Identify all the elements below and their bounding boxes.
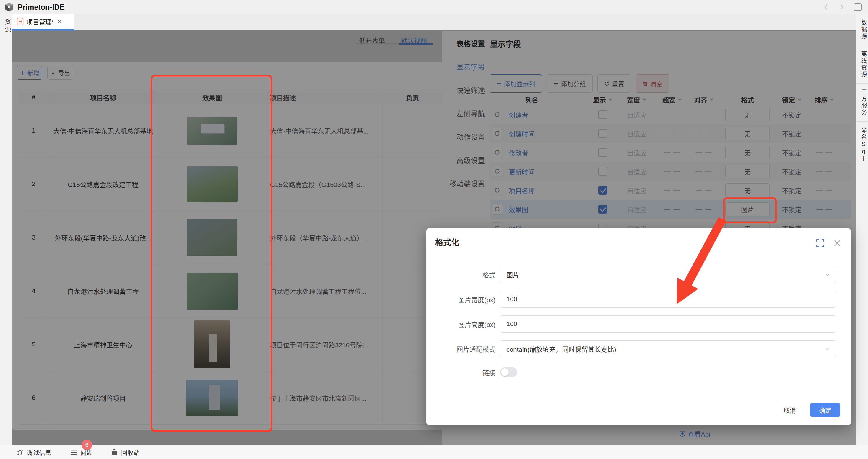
recycle-bin-button[interactable]: 回收站 — [111, 448, 140, 457]
format-select[interactable]: 图片 — [500, 266, 836, 283]
link-label: 链接 — [426, 367, 500, 377]
title-bar: Primeton-IDE — [0, 0, 868, 14]
list-icon — [70, 448, 78, 456]
image-fit-select[interactable]: contain(缩放填充，同时保留其长宽比) — [500, 340, 836, 357]
modal-title: 格式化 — [435, 236, 459, 248]
rail-item-datasource[interactable]: 数据源 — [856, 14, 868, 45]
rail-item-thirdparty-services[interactable]: 三方服务 — [856, 84, 868, 122]
format-field-row: 格式 图片 — [426, 266, 840, 283]
image-fit-select-value: contain(缩放填充，同时保留其长宽比) — [506, 344, 616, 354]
tab-close-icon[interactable] — [57, 19, 63, 25]
status-bar: 调试信息 问题 6 回收站 — [0, 445, 868, 459]
tab-project-management[interactable]: 项目管理* — [12, 14, 74, 29]
image-fit-row: 图片适配模式 contain(缩放填充，同时保留其长宽比) — [426, 340, 840, 357]
format-label: 格式 — [426, 270, 500, 279]
nav-forward-icon[interactable] — [838, 3, 845, 11]
format-modal: 格式化 格式 图片 图片宽度(px) 图片高度(px) 图片适配模式 conta… — [426, 228, 851, 425]
left-rail: 资源 — [0, 14, 12, 445]
document-tab-bar: 项目管理* — [12, 14, 856, 31]
nav-back-icon[interactable] — [823, 3, 830, 11]
fullscreen-icon[interactable] — [816, 239, 825, 248]
close-icon[interactable] — [833, 239, 842, 248]
app-title: Primeton-IDE — [18, 3, 64, 11]
tab-label: 项目管理* — [27, 17, 54, 26]
chevron-down-icon — [825, 272, 830, 277]
debug-info-label: 调试信息 — [27, 448, 52, 457]
chevron-down-icon — [825, 347, 830, 352]
right-rail: 数据源 离线资源 三方服务 命名Sql — [856, 14, 868, 445]
problems-button[interactable]: 问题 6 — [70, 448, 93, 457]
image-height-label: 图片高度(px) — [426, 319, 500, 329]
rail-item-named-sql[interactable]: 命名Sql — [856, 122, 868, 168]
debug-info-button[interactable]: 调试信息 — [16, 448, 52, 457]
confirm-button[interactable]: 确定 — [810, 403, 840, 417]
bug-icon — [16, 448, 24, 456]
image-width-input[interactable] — [500, 291, 836, 308]
save-icon[interactable] — [853, 3, 862, 11]
image-width-label: 图片宽度(px) — [426, 294, 500, 304]
link-toggle[interactable] — [500, 367, 517, 377]
problems-count-badge: 6 — [82, 439, 92, 450]
image-width-row: 图片宽度(px) — [426, 291, 840, 308]
cancel-button[interactable]: 取消 — [782, 405, 798, 415]
link-row: 链接 — [426, 366, 840, 378]
rail-item-offline-resources[interactable]: 离线资源 — [856, 45, 868, 84]
trash-icon — [111, 448, 118, 456]
modal-footer: 取消 确定 — [782, 403, 840, 417]
app-logo-icon — [4, 2, 14, 12]
rail-item-resources[interactable]: 资源 — [0, 18, 12, 34]
image-fit-label: 图片适配模式 — [426, 344, 500, 354]
format-select-value: 图片 — [506, 270, 519, 279]
image-height-row: 图片高度(px) — [426, 316, 840, 333]
document-icon — [17, 18, 24, 26]
recycle-bin-label: 回收站 — [121, 448, 140, 457]
image-height-input[interactable] — [500, 316, 836, 333]
